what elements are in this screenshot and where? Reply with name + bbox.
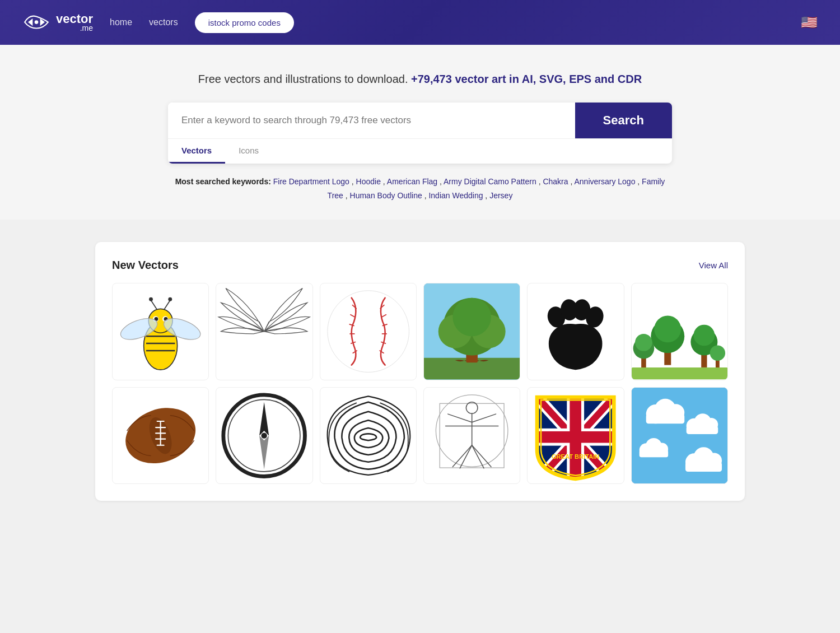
search-button[interactable]: Search <box>575 103 672 138</box>
keyword-link[interactable]: Chakra <box>543 177 568 186</box>
keyword-link[interactable]: Indian Wedding <box>428 191 483 200</box>
vector-card-compass[interactable] <box>216 387 312 484</box>
logo-icon <box>22 11 50 34</box>
svg-point-18 <box>328 291 409 373</box>
vector-card-baseball[interactable] <box>320 283 417 380</box>
svg-marker-0 <box>28 18 32 26</box>
keyword-link[interactable]: Hoodie <box>356 177 381 186</box>
search-container: Search Vectors Icons <box>168 103 672 164</box>
svg-rect-53 <box>632 367 727 379</box>
main-content: New Vectors View All <box>84 242 756 501</box>
vectors-grid: GREAT BRITAIN <box>112 283 728 484</box>
vector-card-wings[interactable] <box>216 283 312 380</box>
svg-point-44 <box>654 316 681 343</box>
svg-rect-100 <box>639 450 668 457</box>
svg-text:GREAT BRITAIN: GREAT BRITAIN <box>552 453 600 460</box>
search-input[interactable] <box>168 103 575 138</box>
vector-card-vitruvian[interactable] <box>423 387 520 484</box>
keywords-list: Fire Department Logo , Hoodie , American… <box>273 177 665 200</box>
svg-point-50 <box>693 325 715 346</box>
vector-card-bee[interactable] <box>112 283 209 380</box>
vector-card-trees[interactable] <box>631 283 728 380</box>
logo-suffix: .me <box>56 24 93 32</box>
svg-point-52 <box>710 346 725 361</box>
svg-point-2 <box>35 20 39 24</box>
language-flag[interactable]: 🇺🇸 <box>801 15 818 30</box>
hero-tagline-prefix: Free vectors and illustrations to downlo… <box>198 73 408 85</box>
keyword-link[interactable]: Fire Department Logo <box>273 177 349 186</box>
tab-icons[interactable]: Icons <box>225 139 272 164</box>
vector-card-clouds[interactable] <box>631 387 728 484</box>
keyword-link[interactable]: Human Body Outline <box>350 191 422 200</box>
svg-line-12 <box>151 300 157 310</box>
vector-card-britain[interactable]: GREAT BRITAIN <box>527 387 624 484</box>
keywords-label: Most searched keywords: <box>175 177 271 186</box>
hero-section: Free vectors and illustrations to downlo… <box>0 45 840 220</box>
svg-rect-86 <box>537 431 614 443</box>
vector-card-football[interactable] <box>112 387 209 484</box>
hero-tagline-bold: +79,473 vector art in AI, SVG, EPS and C… <box>411 73 642 85</box>
hero-tagline: Free vectors and illustrations to downlo… <box>11 73 829 86</box>
svg-line-13 <box>164 300 170 310</box>
keyword-link[interactable]: Jersey <box>489 191 512 200</box>
svg-line-73 <box>472 414 496 422</box>
keyword-link[interactable]: Anniversary Logo <box>574 177 635 186</box>
svg-point-15 <box>168 297 172 301</box>
svg-rect-104 <box>685 462 722 471</box>
keywords-section: Most searched keywords: Fire Department … <box>168 175 672 203</box>
keyword-link[interactable]: Army Digital Camo Pattern <box>444 177 536 186</box>
tab-vectors[interactable]: Vectors <box>168 139 225 164</box>
section-title: New Vectors <box>112 259 179 272</box>
svg-rect-96 <box>686 426 718 434</box>
keyword-link[interactable]: American Flag <box>387 177 437 186</box>
vector-card-fingerprint[interactable] <box>320 387 417 484</box>
view-all-link[interactable]: View All <box>699 260 728 270</box>
nav-home[interactable]: home <box>110 17 132 27</box>
section-header: New Vectors View All <box>112 259 728 272</box>
main-nav: home vectors istock promo codes <box>110 12 784 33</box>
search-row: Search <box>168 103 672 138</box>
svg-point-37 <box>452 298 491 337</box>
site-header: vector .me home vectors istock promo cod… <box>0 0 840 45</box>
vectors-section: New Vectors View All <box>95 242 745 501</box>
svg-point-14 <box>149 297 153 301</box>
logo[interactable]: vector .me <box>22 11 93 34</box>
svg-rect-92 <box>646 414 684 423</box>
svg-line-72 <box>448 414 472 422</box>
svg-point-47 <box>635 334 652 351</box>
search-tabs: Vectors Icons <box>168 138 672 164</box>
vector-card-tree[interactable] <box>423 283 520 380</box>
svg-point-66 <box>262 432 267 438</box>
nav-vectors[interactable]: vectors <box>149 17 178 27</box>
logo-text: vector .me <box>56 13 93 32</box>
istock-promo-button[interactable]: istock promo codes <box>195 12 294 33</box>
vector-card-paw[interactable] <box>527 283 624 380</box>
